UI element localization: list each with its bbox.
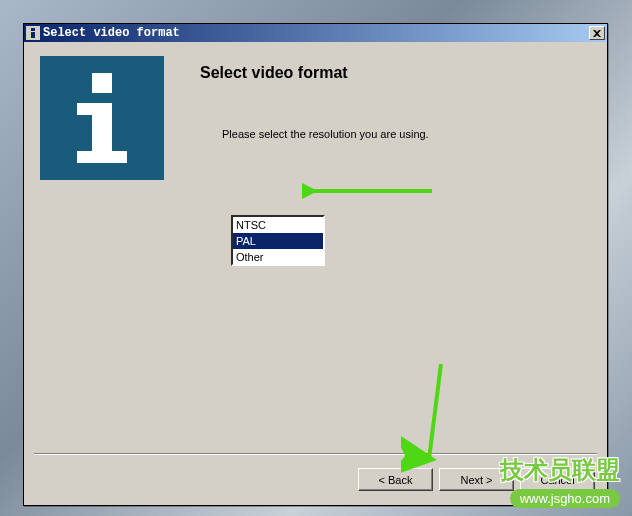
back-button[interactable]: < Back <box>358 468 433 491</box>
info-panel <box>40 56 164 180</box>
svg-rect-6 <box>77 151 127 163</box>
svg-rect-2 <box>31 32 35 38</box>
svg-rect-5 <box>92 103 112 153</box>
cancel-button[interactable]: Cancel <box>520 468 595 491</box>
info-large-icon <box>67 73 137 163</box>
next-button[interactable]: Next > <box>439 468 514 491</box>
button-row: < Back Next > Cancel <box>358 468 595 491</box>
titlebar[interactable]: Select video format <box>24 24 607 42</box>
window-title: Select video format <box>43 26 180 40</box>
close-icon <box>593 30 601 37</box>
info-icon <box>26 26 40 40</box>
dialog-window: Select video format Select video format … <box>23 23 608 506</box>
listbox-item-other[interactable]: Other <box>233 249 323 265</box>
page-title: Select video format <box>200 64 348 82</box>
instruction-text: Please select the resolution you are usi… <box>222 128 429 140</box>
listbox-item-pal[interactable]: PAL <box>233 233 323 249</box>
listbox-item-ntsc[interactable]: NTSC <box>233 217 323 233</box>
close-button[interactable] <box>589 26 605 40</box>
format-listbox[interactable]: NTSC PAL Other <box>231 215 325 266</box>
title-content: Select video format <box>26 26 589 40</box>
svg-rect-3 <box>92 73 112 93</box>
separator <box>34 453 597 455</box>
svg-rect-1 <box>31 28 35 31</box>
dialog-body: Select video format Please select the re… <box>24 42 607 505</box>
